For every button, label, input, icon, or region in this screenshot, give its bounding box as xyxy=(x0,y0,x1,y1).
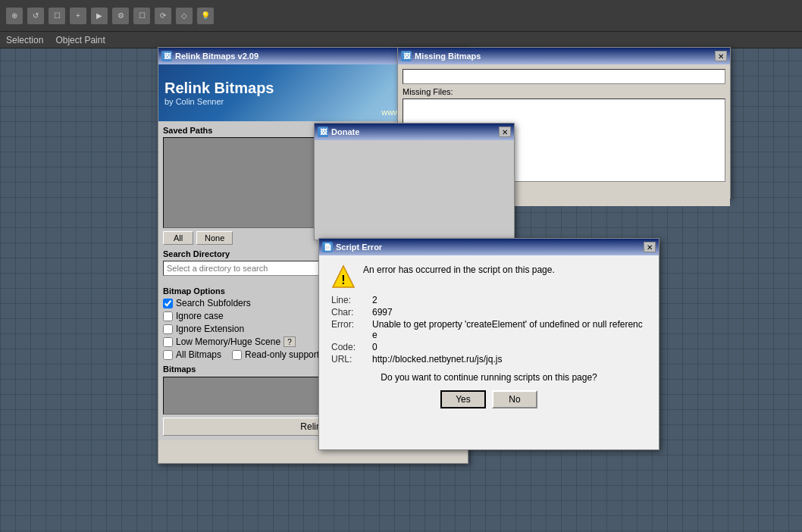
relink-window-title: Relink Bitmaps v2.09 xyxy=(175,52,258,61)
error-title-bar[interactable]: 📄 Script Error ✕ xyxy=(319,239,659,255)
search-subfolders-label: Search Subfolders xyxy=(176,298,251,308)
read-only-label: Read-only support xyxy=(245,349,319,360)
error-content: ! An error has occurred in the script on… xyxy=(319,255,659,449)
url-label: URL: xyxy=(331,354,369,365)
toolbar-icon-7[interactable]: ☐ xyxy=(133,8,150,24)
error-buttons: Yes No xyxy=(331,390,647,408)
relink-window-icon: 🖼 xyxy=(161,51,172,61)
missing-search-input[interactable] xyxy=(403,69,725,84)
toolbar-icon-8[interactable]: ⟳ xyxy=(155,8,171,24)
toolbar-icon-3[interactable]: ☐ xyxy=(49,8,65,24)
ignore-case-checkbox[interactable] xyxy=(163,311,173,321)
error-question: Do you want to continue running scripts … xyxy=(331,372,647,383)
script-error-window: 📄 Script Error ✕ ! An error has occurred… xyxy=(318,238,659,450)
toolbar-icon-4[interactable]: + xyxy=(70,8,86,24)
search-subfolders-checkbox[interactable] xyxy=(163,299,173,308)
all-bitmaps-checkbox[interactable] xyxy=(163,350,173,360)
ignore-case-label: Ignore case xyxy=(176,311,224,321)
toolbar-icon-9[interactable]: ◇ xyxy=(176,8,193,24)
toolbar-icon-1[interactable]: ⊕ xyxy=(6,8,23,24)
low-memory-checkbox[interactable] xyxy=(163,337,173,347)
char-value: 6997 xyxy=(372,307,393,318)
low-memory-label: Low Memory/Huge Scene xyxy=(176,336,280,347)
code-row: Code: 0 xyxy=(331,342,647,352)
missing-title-bar[interactable]: 🖼 Missing Bitmaps ✕ xyxy=(398,48,730,64)
line-value: 2 xyxy=(372,295,378,305)
yes-button[interactable]: Yes xyxy=(440,390,486,408)
char-row: Char: 6997 xyxy=(331,307,647,318)
missing-window-icon: 🖼 xyxy=(401,51,412,61)
relink-header-title: Relink Bitmaps xyxy=(164,80,274,97)
top-toolbar: ⊕ ↺ ☐ + ▶ ⚙ ☐ ⟳ ◇ 💡 xyxy=(0,0,802,32)
donate-content xyxy=(315,140,514,239)
no-button[interactable]: No xyxy=(492,390,537,408)
error-window-icon: 📄 xyxy=(322,242,333,252)
donate-window-title: Donate xyxy=(331,127,359,136)
error-value: Unable to get property 'createElement' o… xyxy=(372,319,647,340)
donate-window-icon: 🖼 xyxy=(318,127,328,137)
error-details: Line: 2 Char: 6997 Error: Unable to get … xyxy=(331,295,647,366)
ignore-extension-checkbox[interactable] xyxy=(163,324,173,334)
relink-header-sub: by Colin Senner xyxy=(164,97,274,106)
menu-selection[interactable]: Selection xyxy=(6,35,43,45)
donate-title-bar[interactable]: 🖼 Donate ✕ xyxy=(315,124,514,140)
toolbar-icon-10[interactable]: 💡 xyxy=(197,8,214,24)
menu-object-paint[interactable]: Object Paint xyxy=(55,35,105,45)
error-close-btn[interactable]: ✕ xyxy=(644,242,656,252)
code-value: 0 xyxy=(372,342,378,352)
svg-text:!: ! xyxy=(341,274,345,286)
error-label: Error: xyxy=(331,319,369,340)
line-label: Line: xyxy=(331,295,369,305)
menu-bar: Selection Object Paint xyxy=(0,32,802,49)
error-main-row: ! An error has occurred in the script on… xyxy=(331,264,647,289)
all-button[interactable]: All xyxy=(163,231,193,245)
url-row: URL: http://blocked.netbynet.ru/js/jq.js xyxy=(331,354,647,365)
line-row: Line: 2 xyxy=(331,295,647,305)
warning-icon: ! xyxy=(331,264,356,289)
toolbar-icon-6[interactable]: ⚙ xyxy=(112,8,129,24)
missing-close-btn[interactable]: ✕ xyxy=(715,51,727,61)
error-row: Error: Unable to get property 'createEle… xyxy=(331,319,647,340)
url-value: http://blocked.netbynet.ru/js/jq.js xyxy=(372,354,502,365)
read-only-checkbox[interactable] xyxy=(232,350,242,360)
missing-files-label: Missing Files: xyxy=(403,87,725,96)
ignore-extension-label: Ignore Extension xyxy=(176,324,244,334)
error-message: An error has occurred in the script on t… xyxy=(363,264,647,275)
none-button[interactable]: None xyxy=(196,231,233,245)
donate-close-btn[interactable]: ✕ xyxy=(499,127,511,137)
low-memory-help-badge[interactable]: ? xyxy=(284,336,296,347)
code-label: Code: xyxy=(331,342,369,352)
all-bitmaps-label: All Bitmaps xyxy=(176,349,221,360)
char-label: Char: xyxy=(331,307,369,318)
missing-window-title: Missing Bitmaps xyxy=(415,52,481,61)
donate-window: 🖼 Donate ✕ xyxy=(314,123,515,240)
toolbar-icon-5[interactable]: ▶ xyxy=(91,8,108,24)
toolbar-icon-2[interactable]: ↺ xyxy=(27,8,44,24)
error-window-title: Script Error xyxy=(336,243,382,252)
